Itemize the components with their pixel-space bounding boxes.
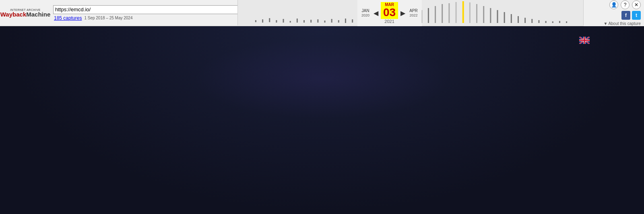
- svg-rect-26: [435, 6, 436, 23]
- svg-rect-3: [276, 20, 277, 23]
- logo-text: emcd.: [33, 34, 62, 47]
- svg-rect-14: [352, 19, 353, 23]
- svg-rect-4: [283, 19, 284, 23]
- svg-rect-27: [442, 4, 443, 23]
- lang-chevron: ▾: [625, 37, 628, 44]
- current-day: 03: [383, 7, 396, 18]
- svg-rect-39: [524, 18, 526, 23]
- jan-month[interactable]: JAN 2020: [360, 6, 371, 20]
- svg-rect-47: [17, 39, 25, 41]
- wayback-logo-main: WaybackMachine: [0, 11, 51, 17]
- svg-rect-1: [262, 19, 263, 23]
- language-text[interactable]: РУССКИЙ ▾: [593, 37, 628, 44]
- logo-svg: [16, 34, 29, 47]
- svg-rect-29: [456, 2, 457, 23]
- svg-rect-7: [303, 20, 305, 23]
- current-date: MAR 03: [381, 2, 398, 19]
- svg-rect-31: [469, 2, 471, 23]
- nav-career[interactable]: CAREER: [238, 37, 287, 44]
- twitter-icon[interactable]: t: [632, 11, 641, 20]
- svg-rect-9: [317, 19, 318, 23]
- svg-rect-12: [338, 20, 339, 23]
- prev-arrow[interactable]: ◀: [373, 9, 379, 17]
- date-range: 1 Sep 2018 – 25 May 2024: [84, 16, 132, 20]
- svg-rect-43: [552, 21, 553, 23]
- facebook-icon[interactable]: f: [621, 11, 630, 20]
- svg-rect-33: [483, 6, 484, 23]
- user-icon[interactable]: 👤: [609, 0, 618, 9]
- svg-rect-10: [324, 21, 326, 23]
- nav-products[interactable]: PRODUCTS ▾: [83, 37, 144, 44]
- current-year: 2021: [384, 19, 394, 24]
- svg-rect-38: [518, 16, 519, 23]
- apr-label: APR: [409, 8, 418, 13]
- wayback-logo: INTERNET ARCHIVE WaybackMachine: [3, 8, 47, 17]
- captures-link[interactable]: 185 captures: [54, 15, 82, 21]
- svg-rect-34: [490, 8, 491, 23]
- flag-svg: [579, 37, 590, 44]
- svg-rect-6: [297, 19, 298, 23]
- about-capture[interactable]: ▼ About this capture: [587, 21, 641, 26]
- svg-rect-28: [448, 3, 450, 23]
- next-arrow[interactable]: ▶: [400, 9, 406, 17]
- svg-rect-5: [290, 21, 291, 23]
- nav-about-us[interactable]: ABOUT US: [184, 37, 238, 44]
- social-icons: f t: [587, 11, 641, 20]
- jan-label: JAN: [362, 8, 369, 13]
- svg-rect-25: [428, 8, 429, 23]
- svg-rect-32: [476, 4, 477, 23]
- machine-text: Machine: [26, 11, 50, 18]
- svg-rect-13: [345, 19, 346, 23]
- logo-word: emcd: [33, 34, 60, 46]
- logo-icon: [16, 34, 29, 47]
- svg-rect-48: [17, 42, 28, 44]
- svg-rect-41: [538, 20, 539, 23]
- svg-rect-11: [331, 19, 332, 23]
- svg-rect-44: [559, 21, 560, 23]
- svg-rect-30: [462, 1, 464, 23]
- language-selector[interactable]: РУССКИЙ ▾: [579, 37, 628, 44]
- uk-flag-icon: [579, 37, 590, 44]
- right-icons: 👤 ? ✕ f t ▼ About this capture: [584, 0, 644, 26]
- svg-rect-42: [545, 21, 547, 23]
- products-chevron: ▾: [130, 38, 133, 43]
- svg-rect-46: [17, 37, 28, 39]
- emcd-logo[interactable]: emcd.: [16, 34, 62, 47]
- wayback-toolbar: INTERNET ARCHIVE WaybackMachine Go 185 c…: [0, 0, 644, 26]
- logo-dot: .: [60, 34, 62, 46]
- svg-rect-35: [497, 10, 498, 23]
- svg-rect-40: [531, 19, 533, 23]
- apr-year: 2022: [409, 13, 417, 18]
- svg-rect-36: [504, 12, 505, 23]
- nav-contacts[interactable]: CONTACTS: [287, 37, 343, 44]
- svg-rect-2: [269, 18, 270, 22]
- top-row-icons: 👤 ? ✕: [587, 0, 641, 9]
- help-icon[interactable]: ?: [621, 0, 630, 9]
- svg-rect-0: [255, 20, 256, 22]
- emcd-navigation: emcd. PRODUCTS ▾ BLOG ABOUT US CAREER CO…: [0, 26, 644, 54]
- wayback-text: Wayback: [0, 11, 26, 18]
- nav-blog[interactable]: BLOG: [144, 37, 184, 44]
- svg-rect-37: [511, 14, 512, 23]
- emcd-site: emcd. PRODUCTS ▾ BLOG ABOUT US CAREER CO…: [0, 26, 644, 214]
- apr-month[interactable]: APR 2022: [408, 6, 419, 20]
- jan-year: 2020: [361, 13, 369, 18]
- svg-rect-45: [566, 21, 567, 23]
- date-navigation: JAN 2020 ◀ MAR 03 2021 ▶ APR 2022: [357, 0, 422, 26]
- current-date-block: MAR 03 2021: [381, 2, 398, 24]
- emcd-menu: PRODUCTS ▾ BLOG ABOUT US CAREER CONTACTS: [83, 37, 579, 44]
- close-icon[interactable]: ✕: [632, 0, 641, 9]
- svg-rect-8: [310, 20, 312, 23]
